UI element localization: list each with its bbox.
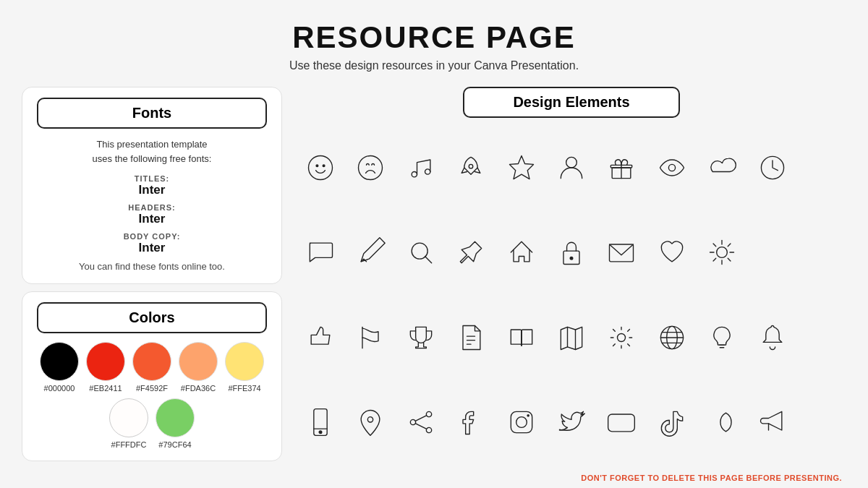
svg-point-16 — [570, 257, 573, 260]
titles-label: TITLES: — [37, 174, 267, 183]
body-font: Inter — [37, 241, 267, 255]
fonts-heading: Fonts — [37, 98, 267, 129]
chat-icon — [297, 212, 344, 294]
facebook-icon — [447, 382, 494, 464]
font-headers-row: HEADERS: Inter — [37, 203, 267, 226]
bell-icon — [749, 296, 796, 379]
swatch-orange: #F4592F — [132, 342, 171, 393]
location-icon — [346, 382, 393, 464]
empty-cell-2 — [749, 212, 796, 294]
flag-icon — [346, 296, 393, 379]
svg-point-2 — [323, 165, 325, 167]
color-circle-red — [86, 342, 125, 381]
svg-line-23 — [713, 244, 716, 247]
empty-cell-1 — [799, 127, 846, 209]
gift-icon — [598, 127, 645, 209]
swatch-yellow: #FFE374 — [225, 342, 264, 393]
color-label-green: #79CF64 — [158, 440, 191, 449]
share-icon — [397, 382, 444, 464]
moon-icon — [699, 382, 746, 464]
design-elements-heading: Design Elements — [463, 87, 680, 118]
svg-point-43 — [368, 417, 373, 422]
swatch-peach: #FDA36C — [179, 342, 218, 393]
fonts-description: This presentation template uses the foll… — [37, 137, 267, 166]
svg-point-50 — [516, 417, 527, 428]
color-circle-black — [40, 342, 79, 381]
svg-point-18 — [717, 247, 728, 258]
svg-point-5 — [425, 169, 430, 174]
swatch-white: #FFFDFC — [109, 398, 148, 449]
book-icon — [498, 296, 545, 379]
swatch-red: #EB2411 — [86, 342, 125, 393]
home-icon — [498, 212, 545, 294]
svg-marker-53 — [619, 419, 627, 428]
rocket-icon — [447, 127, 494, 209]
color-circle-orange — [132, 342, 171, 381]
page-header: RESOURCE PAGE Use these design resources… — [289, 0, 579, 80]
svg-point-42 — [319, 431, 322, 434]
svg-point-0 — [308, 155, 332, 179]
eye-icon — [648, 127, 695, 209]
empty-cell-5 — [799, 382, 846, 464]
smile-icon — [297, 127, 344, 209]
lightbulb-icon — [699, 296, 746, 379]
svg-line-48 — [415, 424, 426, 429]
color-label-yellow: #FFE374 — [228, 384, 260, 393]
titles-font: Inter — [37, 183, 267, 197]
tiktok-icon — [648, 382, 695, 464]
main-content: Fonts This presentation template uses th… — [0, 80, 868, 471]
thumbsup-icon — [297, 296, 344, 379]
cloud-icon — [699, 127, 746, 209]
svg-point-45 — [410, 420, 415, 425]
user-icon — [548, 127, 595, 209]
color-swatches-row2: #FFFDFC #79CF64 — [37, 398, 267, 449]
svg-point-1 — [316, 165, 318, 167]
search-icon — [397, 212, 444, 294]
swatch-black: #000000 — [40, 342, 79, 393]
headers-font: Inter — [37, 212, 267, 226]
footer-note: DON'T FORGET TO DELETE THIS PAGE BEFORE … — [0, 471, 868, 488]
color-label-white: #FFFDFC — [111, 440, 147, 449]
smartphone-icon — [297, 382, 344, 464]
body-label: BODY COPY: — [37, 232, 267, 241]
pencil-icon — [346, 212, 393, 294]
envelope-icon — [598, 212, 645, 294]
svg-point-44 — [426, 412, 431, 417]
font-body-row: BODY COPY: Inter — [37, 232, 267, 255]
svg-marker-31 — [561, 327, 582, 349]
fonts-note: You can find these fonts online too. — [37, 261, 267, 272]
svg-point-46 — [426, 428, 431, 433]
sad-face-icon — [346, 127, 393, 209]
star-icon — [498, 127, 545, 209]
svg-point-51 — [527, 414, 529, 417]
svg-point-34 — [618, 333, 626, 341]
svg-line-47 — [415, 416, 426, 421]
pin-icon — [447, 212, 494, 294]
color-circle-peach — [179, 342, 218, 381]
swatch-green: #79CF64 — [156, 398, 195, 449]
globe-icon — [648, 296, 695, 379]
svg-line-24 — [728, 259, 731, 262]
page-title: RESOURCE PAGE — [289, 20, 579, 55]
svg-marker-7 — [509, 155, 533, 179]
color-label-orange: #F4592F — [136, 384, 168, 393]
color-circle-white — [109, 398, 148, 437]
empty-cell-3 — [799, 212, 846, 294]
svg-point-8 — [566, 157, 577, 168]
heart-icon — [648, 212, 695, 294]
megaphone-icon — [749, 382, 796, 464]
document-icon — [447, 296, 494, 379]
font-titles-row: TITLES: Inter — [37, 174, 267, 197]
right-panel: Design Elements — [282, 87, 846, 463]
twitter-icon — [548, 382, 595, 464]
clock-icon — [749, 127, 796, 209]
svg-point-4 — [412, 171, 417, 176]
fonts-section: Fonts This presentation template uses th… — [22, 87, 282, 284]
sun-icon — [699, 212, 746, 294]
colors-heading: Colors — [37, 302, 267, 333]
headers-label: HEADERS: — [37, 203, 267, 212]
color-label-black: #000000 — [44, 384, 75, 393]
gear-icon — [598, 296, 645, 379]
map-icon — [548, 296, 595, 379]
left-panel: Fonts This presentation template uses th… — [22, 87, 282, 463]
